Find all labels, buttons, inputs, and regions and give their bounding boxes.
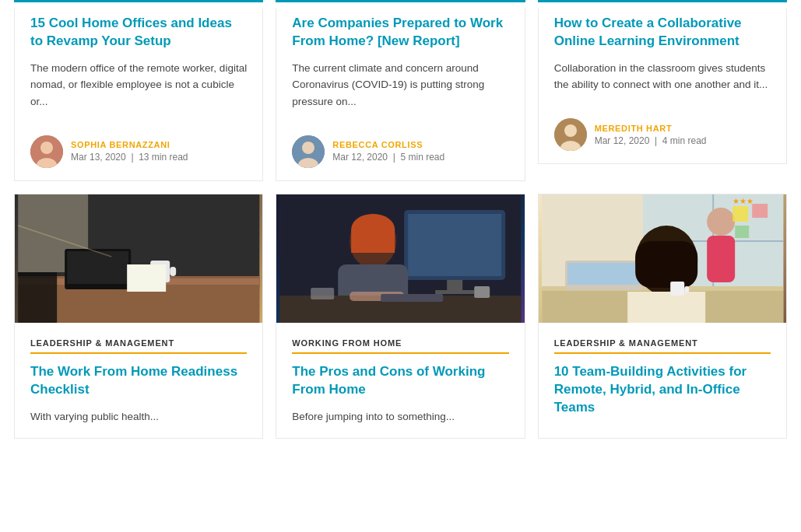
card-top-2-avatar [292,135,325,168]
card-top-2-author: REBECCA CORLISS Mar 12, 2020 | 5 min rea… [292,124,508,168]
svg-rect-24 [408,214,501,276]
svg-rect-50 [732,206,748,222]
card-bot-2-category: WORKING FROM HOME [292,338,508,354]
svg-rect-54 [670,282,684,296]
card-top-1-author-meta: Mar 13, 2020 | 13 min read [71,152,188,163]
card-top-1: 15 Cool Home Offices and Ideas to Revamp… [8,0,269,187]
svg-rect-48 [635,241,697,288]
card-bot-2-image [276,194,524,323]
card-bot-3-category: LEADERSHIP & MANAGEMENT [554,338,771,354]
card-top-1-excerpt: The modern office of the remote worker, … [30,60,247,110]
card-bot-2: WORKING FROM HOME The Pros and Cons of W… [276,194,525,439]
card-top-3-title[interactable]: How to Create a Collaborative Online Lea… [554,15,771,51]
svg-rect-19 [18,272,57,323]
top-card-grid: 15 Cool Home Offices and Ideas to Revamp… [0,0,801,187]
card-top-3-author: MEREDITH HART Mar 12, 2020 | 4 min read [554,107,771,151]
svg-rect-55 [684,286,689,292]
svg-rect-42 [707,236,735,282]
card-bot-1-title[interactable]: The Work From Home Readiness Checklist [30,363,247,399]
bottom-card-grid: LEADERSHIP & MANAGEMENT The Work From Ho… [0,187,801,446]
card-top-3-excerpt: Collaboration in the classroom gives stu… [554,60,771,93]
card-top-2-author-info: REBECCA CORLISS Mar 12, 2020 | 5 min rea… [332,140,444,163]
svg-rect-51 [752,204,768,218]
svg-rect-49 [627,292,705,323]
svg-rect-26 [435,290,474,294]
svg-point-41 [707,208,735,236]
card-top-1-avatar [30,135,63,168]
card-top-1-author: SOPHIA BERNAZZANI Mar 13, 2020 | 13 min … [30,124,247,168]
card-top-3-avatar [554,118,587,151]
card-top-2: Are Companies Prepared to Work From Home… [269,0,531,187]
svg-rect-18 [127,264,166,292]
card-top-1-author-info: SOPHIA BERNAZZANI Mar 13, 2020 | 13 min … [71,140,188,163]
card-bot-3: ★★★ LEADERSHIP & MANAGEMENT 10 Team-Buil… [538,194,787,439]
svg-rect-15 [67,251,128,284]
card-top-2-author-meta: Mar 12, 2020 | 5 min read [332,152,444,163]
svg-rect-17 [170,267,176,276]
svg-rect-46 [567,263,641,285]
card-top-1-title[interactable]: 15 Cool Home Offices and Ideas to Revamp… [30,15,247,51]
card-bot-1-excerpt: With varying public health... [30,408,247,426]
svg-rect-52 [735,226,749,238]
card-top-3-author-meta: Mar 12, 2020 | 4 min read [595,135,707,146]
svg-rect-33 [474,286,490,298]
card-top-3-author-info: MEREDITH HART Mar 12, 2020 | 4 min read [595,124,707,146]
svg-point-7 [564,124,577,137]
card-top-2-excerpt: The current climate and concern around C… [292,60,508,110]
svg-rect-25 [447,280,462,292]
card-bot-1: LEADERSHIP & MANAGEMENT The Work From Ho… [14,194,263,439]
svg-point-4 [302,142,314,154]
card-top-2-title[interactable]: Are Companies Prepared to Work From Home… [292,15,508,51]
svg-rect-35 [381,294,443,302]
svg-rect-34 [311,288,334,299]
card-bot-2-excerpt: Before jumping into to something... [292,408,508,426]
svg-text:★★★: ★★★ [732,197,754,205]
card-bot-2-title[interactable]: The Pros and Cons of Working From Home [292,363,508,399]
card-top-2-author-name: REBECCA CORLISS [332,140,444,149]
card-top-1-author-name: SOPHIA BERNAZZANI [71,140,188,149]
card-bot-3-image: ★★★ [539,194,786,323]
card-top-3-author-name: MEREDITH HART [595,124,707,133]
card-bot-3-title[interactable]: 10 Team-Building Activities for Remote, … [554,363,771,417]
svg-point-1 [40,142,53,154]
card-bot-1-category: LEADERSHIP & MANAGEMENT [30,338,247,354]
svg-rect-29 [351,229,395,253]
card-top-3: How to Create a Collaborative Online Lea… [532,0,793,187]
card-bot-1-image [15,194,262,323]
